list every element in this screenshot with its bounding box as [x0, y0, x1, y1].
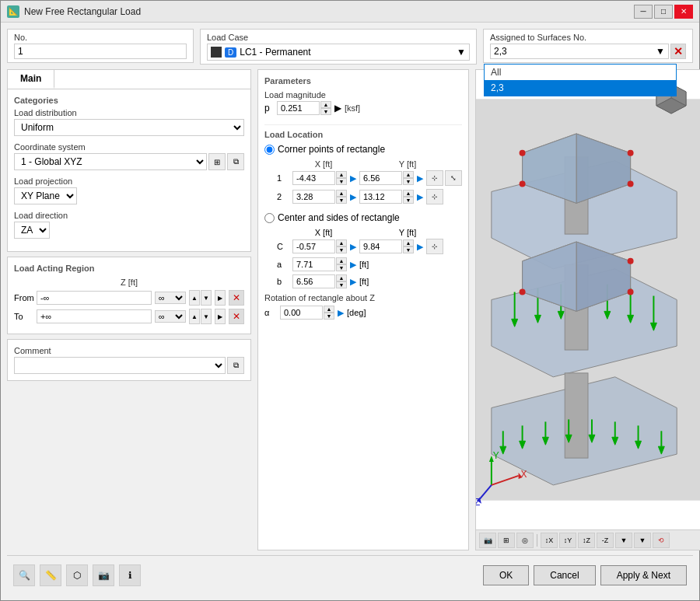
- p1-pick-2[interactable]: ⤡: [445, 170, 462, 186]
- point-1-y[interactable]: [359, 171, 402, 185]
- apply-next-button[interactable]: Apply & Next: [600, 565, 687, 585]
- load-case-select[interactable]: D LC1 - Permanent ▼: [207, 44, 470, 61]
- to-dn-btn[interactable]: ▼: [201, 309, 212, 324]
- cancel-button[interactable]: Cancel: [534, 565, 595, 585]
- p1-pick-1[interactable]: ⊹: [426, 170, 443, 186]
- p2x-dn[interactable]: ▼: [336, 197, 347, 204]
- tb-btn2[interactable]: ⊞: [498, 533, 515, 548]
- from-input[interactable]: [37, 291, 152, 305]
- to-arrow-btn[interactable]: ▶: [215, 309, 226, 324]
- alpha-arrow[interactable]: ▶: [338, 308, 344, 318]
- p2-pick-1[interactable]: ⊹: [426, 189, 443, 204]
- tab-main[interactable]: Main: [8, 70, 54, 89]
- assigned-dropdown[interactable]: 2,3 ▼: [490, 44, 669, 59]
- comment-icon-btn[interactable]: ⧉: [227, 357, 244, 374]
- footer-camera-btn[interactable]: 📷: [93, 564, 114, 586]
- footer-info-btn[interactable]: ℹ: [119, 564, 141, 586]
- dropdown-item-all[interactable]: All: [485, 65, 676, 80]
- from-select[interactable]: ∞: [155, 292, 186, 304]
- from-arrow-btn[interactable]: ▶: [215, 290, 226, 306]
- b-dn[interactable]: ▼: [336, 281, 347, 288]
- to-select[interactable]: ∞: [155, 310, 186, 323]
- tb-xplus-btn[interactable]: ↕X: [541, 533, 558, 548]
- p2x-arrow[interactable]: ▶: [350, 192, 356, 202]
- tb-zplus-btn[interactable]: ↕Z: [578, 533, 595, 548]
- footer-measure-btn[interactable]: 📏: [40, 564, 61, 586]
- p1x-arrow[interactable]: ▶: [350, 173, 356, 183]
- tb-btn9[interactable]: ▼: [634, 533, 651, 548]
- point-2-x[interactable]: [292, 190, 335, 204]
- p2y-up[interactable]: ▲: [403, 190, 414, 197]
- p-arrow[interactable]: ▶: [334, 103, 341, 114]
- alpha-input[interactable]: [280, 306, 323, 320]
- coordinate-system-select[interactable]: 1 - Global XYZ: [14, 153, 207, 170]
- p2x-up[interactable]: ▲: [336, 190, 347, 197]
- cy-spinbox: ▲ ▼: [359, 239, 414, 253]
- load-projection-select[interactable]: XY Plane: [14, 187, 77, 204]
- assigned-clear-button[interactable]: ✕: [670, 44, 686, 59]
- from-clear-btn[interactable]: ✕: [229, 290, 244, 306]
- p1y-arrow[interactable]: ▶: [417, 173, 423, 183]
- coord-icon-btn-1[interactable]: ⊞: [208, 153, 226, 170]
- p-spin-up[interactable]: ▲: [320, 101, 331, 108]
- tb-reset-btn[interactable]: ⟲: [653, 533, 670, 548]
- a-input[interactable]: [292, 257, 335, 271]
- cx-up[interactable]: ▲: [336, 239, 347, 246]
- a-arrow[interactable]: ▶: [350, 260, 356, 270]
- corner-coords-table: X [ft] Y [ft] 1 ▲ ▼ ▶: [277, 159, 462, 204]
- from-up-btn[interactable]: ▲: [189, 290, 200, 306]
- p-input[interactable]: [277, 101, 320, 115]
- tb-zminus-btn[interactable]: -Z: [597, 533, 614, 548]
- lc-badge: D: [225, 47, 236, 58]
- point-2-y[interactable]: [359, 190, 402, 204]
- load-direction-select[interactable]: ZA: [14, 222, 50, 239]
- cy-up[interactable]: ▲: [403, 239, 414, 246]
- cx-dn[interactable]: ▼: [336, 246, 347, 253]
- dropdown-item-23[interactable]: 2,3: [485, 80, 676, 96]
- p1y-up[interactable]: ▲: [403, 171, 414, 178]
- cy-dn[interactable]: ▼: [403, 246, 414, 253]
- cx-input[interactable]: [292, 239, 335, 253]
- tb-btn8[interactable]: ▼: [615, 533, 632, 548]
- a-dn[interactable]: ▼: [336, 264, 347, 271]
- point-1-x[interactable]: [292, 171, 335, 185]
- c-pick-btn[interactable]: ⊹: [426, 239, 443, 254]
- p1x-up[interactable]: ▲: [336, 171, 347, 178]
- alpha-dn[interactable]: ▼: [324, 313, 334, 320]
- alpha-up[interactable]: ▲: [324, 306, 334, 313]
- to-clear-btn[interactable]: ✕: [229, 309, 244, 324]
- lc-dropdown-arrow: ▼: [457, 47, 466, 58]
- cy-arrow[interactable]: ▶: [417, 242, 423, 252]
- load-distribution-select[interactable]: Uniform: [14, 119, 244, 136]
- corner-radio[interactable]: [264, 145, 275, 155]
- p2y-arrow[interactable]: ▶: [417, 192, 423, 202]
- ok-button[interactable]: OK: [483, 565, 529, 585]
- tb-btn3[interactable]: ◎: [516, 533, 534, 548]
- center-radio[interactable]: [264, 213, 275, 223]
- maximize-button[interactable]: □: [654, 5, 673, 19]
- to-input[interactable]: [37, 309, 152, 323]
- close-button[interactable]: ✕: [674, 5, 693, 19]
- p-spin-down[interactable]: ▼: [320, 108, 331, 115]
- tb-screenshot-btn[interactable]: 📷: [479, 533, 496, 548]
- p2y-dn[interactable]: ▼: [403, 197, 414, 204]
- b-up[interactable]: ▲: [336, 274, 347, 281]
- footer-node-btn[interactable]: ⬡: [66, 564, 88, 586]
- from-dn-btn[interactable]: ▼: [201, 290, 212, 306]
- cx-arrow[interactable]: ▶: [350, 242, 356, 252]
- p1x-dn[interactable]: ▼: [336, 178, 347, 185]
- b-arrow[interactable]: ▶: [350, 277, 356, 287]
- coord-icon-btn-2[interactable]: ⧉: [227, 153, 244, 170]
- b-input[interactable]: [292, 274, 335, 288]
- comment-select[interactable]: [14, 357, 226, 374]
- minimize-button[interactable]: ─: [634, 5, 653, 19]
- p1y-dn[interactable]: ▼: [403, 178, 414, 185]
- cy-input[interactable]: [359, 239, 402, 253]
- to-up-btn[interactable]: ▲: [189, 309, 200, 324]
- footer-search-btn[interactable]: 🔍: [13, 564, 35, 586]
- load-magnitude-group: Load magnitude p ▲ ▼ ▶ [ksf]: [264, 90, 462, 115]
- tb-yplus-btn[interactable]: ↕Y: [559, 533, 576, 548]
- viewport[interactable]: Y X Z: [476, 70, 700, 529]
- no-input[interactable]: [14, 44, 187, 59]
- a-up[interactable]: ▲: [336, 257, 347, 264]
